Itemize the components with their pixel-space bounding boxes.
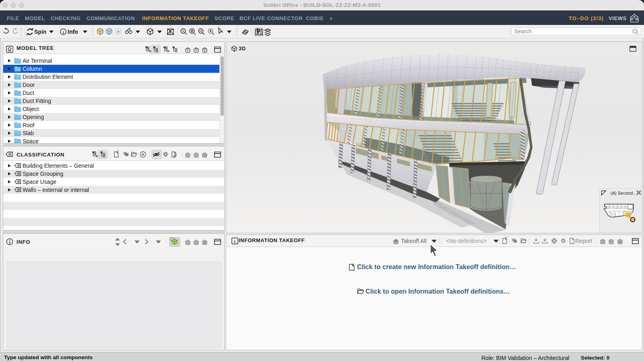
svg-text:+: +	[117, 149, 119, 153]
svg-text:i: i	[9, 240, 10, 245]
svg-text:i: i	[234, 239, 235, 244]
svg-text:+: +	[506, 236, 508, 239]
svg-text:i: i	[171, 238, 172, 241]
